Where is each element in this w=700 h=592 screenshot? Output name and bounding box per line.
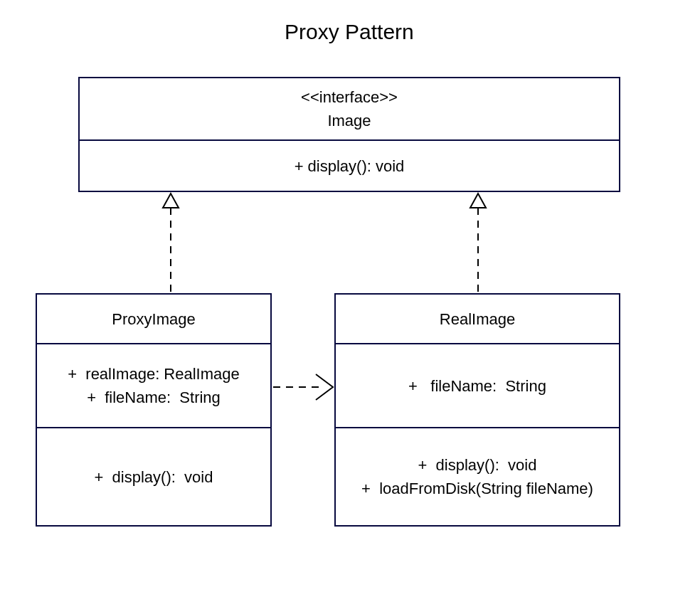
- uml-method: + loadFromDisk(String fileName): [361, 477, 593, 500]
- uml-class-name: Image: [327, 109, 371, 132]
- uml-class-name: ProxyImage: [112, 307, 195, 331]
- svg-marker-2: [470, 194, 486, 208]
- uml-stereotype: <<interface>>: [301, 85, 398, 109]
- realization-proxy-to-interface: [163, 194, 179, 293]
- uml-class-interface-image: <<interface>> Image + display(): void: [78, 77, 620, 192]
- uml-attributes: + fileName: String: [336, 344, 619, 428]
- uml-methods: + display(): void: [80, 141, 619, 191]
- dependency-proxy-to-real: [273, 374, 333, 400]
- uml-methods: + display(): void + loadFromDisk(String …: [336, 428, 619, 525]
- uml-attribute: + fileName: String: [87, 386, 221, 409]
- uml-attributes: + realImage: RealImage + fileName: Strin…: [37, 344, 270, 428]
- uml-attribute: + realImage: RealImage: [68, 362, 240, 386]
- uml-header: ProxyImage: [37, 295, 270, 344]
- uml-class-name: RealImage: [440, 307, 515, 331]
- uml-attribute: + fileName: String: [408, 374, 546, 398]
- uml-header: <<interface>> Image: [80, 78, 619, 141]
- svg-marker-0: [163, 194, 179, 208]
- uml-method: + display(): void: [95, 465, 213, 489]
- uml-method: + display(): void: [295, 154, 405, 178]
- uml-class-realimage: RealImage + fileName: String + display()…: [334, 293, 620, 527]
- uml-methods: + display(): void: [37, 428, 270, 525]
- uml-header: RealImage: [336, 295, 619, 344]
- uml-method: + display(): void: [418, 453, 537, 477]
- realization-real-to-interface: [470, 194, 486, 293]
- diagram-title: Proxy Pattern: [285, 20, 414, 44]
- uml-class-proxyimage: ProxyImage + realImage: RealImage + file…: [36, 293, 272, 527]
- diagram-canvas: Proxy Pattern <<interface>> Image + disp…: [0, 0, 700, 592]
